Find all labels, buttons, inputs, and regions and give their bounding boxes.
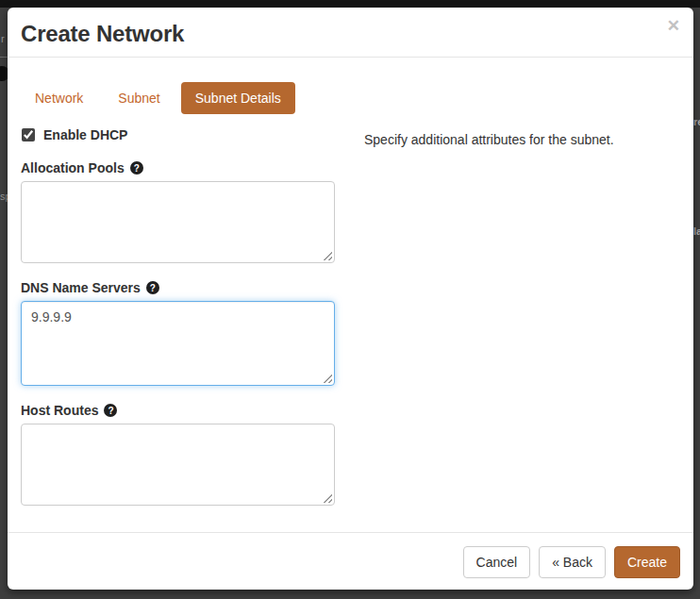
textarea-wrapper	[21, 424, 335, 506]
host-routes-textarea[interactable]	[21, 424, 335, 506]
wizard-tabs: Network Subnet Subnet Details	[21, 82, 680, 114]
field-label-text: Host Routes	[21, 403, 98, 418]
modal-header: Create Network ✕	[8, 8, 693, 58]
enable-dhcp-label[interactable]: Enable DHCP	[43, 127, 127, 142]
create-network-modal: Create Network ✕ Network Subnet Subnet D…	[8, 8, 693, 590]
side-note-text: Specify additional attributes for the su…	[364, 132, 614, 147]
back-button[interactable]: « Back	[539, 546, 606, 578]
close-icon[interactable]: ✕	[667, 18, 680, 34]
dns-name-servers-label: DNS Name Servers ?	[21, 280, 335, 295]
cancel-button[interactable]: Cancel	[463, 546, 531, 578]
help-icon[interactable]: ?	[146, 281, 159, 294]
allocation-pools-textarea[interactable]	[21, 181, 335, 263]
allocation-pools-label: Allocation Pools ?	[21, 160, 335, 175]
background-text-fragment: la	[693, 226, 700, 237]
create-button[interactable]: Create	[614, 546, 680, 578]
tab-subnet[interactable]: Subnet	[104, 82, 174, 114]
help-text-column: Specify additional attributes for the su…	[335, 126, 614, 523]
help-icon[interactable]: ?	[130, 161, 143, 175]
background-navbar-strip	[0, 0, 700, 8]
field-label-text: DNS Name Servers	[21, 280, 141, 295]
modal-body: Network Subnet Subnet Details Enable DHC…	[8, 58, 693, 523]
dns-name-servers-textarea[interactable]: 9.9.9.9	[21, 301, 335, 386]
host-routes-label: Host Routes ?	[21, 403, 335, 418]
modal-title: Create Network	[21, 21, 678, 46]
field-label-text: Allocation Pools	[21, 160, 125, 175]
host-routes-group: Host Routes ?	[21, 403, 335, 506]
textarea-wrapper: 9.9.9.9	[21, 301, 335, 386]
enable-dhcp-row: Enable DHCP	[22, 127, 335, 142]
enable-dhcp-checkbox[interactable]	[22, 128, 35, 141]
tab-network[interactable]: Network	[21, 82, 97, 114]
dns-name-servers-group: DNS Name Servers ? 9.9.9.9	[21, 280, 335, 386]
subnet-details-form: Enable DHCP Allocation Pools ? DNS Name …	[21, 126, 680, 523]
tab-subnet-details[interactable]: Subnet Details	[181, 82, 295, 114]
help-icon[interactable]: ?	[104, 404, 117, 417]
modal-footer: Cancel « Back Create	[8, 532, 693, 590]
background-divider-fragment	[0, 57, 8, 58]
form-fields-column: Enable DHCP Allocation Pools ? DNS Name …	[21, 126, 335, 523]
allocation-pools-group: Allocation Pools ?	[21, 160, 335, 263]
background-text-fragment: re	[693, 117, 700, 127]
background-text-fragment: r	[1, 34, 5, 44]
textarea-wrapper	[21, 181, 335, 263]
